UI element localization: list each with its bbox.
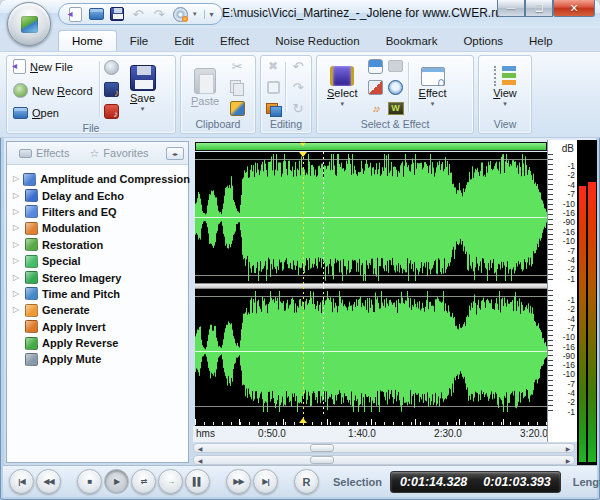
- length-label: Length: [573, 476, 600, 488]
- tree-item-label: Restoration: [42, 239, 103, 251]
- waveform-left-channel[interactable]: [195, 152, 547, 283]
- view-button[interactable]: View ▾: [487, 64, 523, 110]
- customize-toolbar-icon[interactable]: ▾: [204, 10, 214, 19]
- mix-icon[interactable]: [265, 100, 281, 116]
- expand-icon[interactable]: [13, 274, 21, 282]
- save-button[interactable]: Save ▾: [124, 63, 162, 115]
- group-label-clipboard: Clipboard: [181, 118, 255, 133]
- waveform-right-channel[interactable]: [195, 289, 547, 414]
- overview-marker-icon[interactable]: [300, 143, 306, 147]
- tab-noise-reduction[interactable]: Noise Reduction: [262, 31, 372, 51]
- scroll-right-icon[interactable]: ▶: [562, 456, 574, 464]
- amplitude-tool-icon[interactable]: [368, 58, 384, 74]
- go-start-button[interactable]: |◀: [9, 469, 34, 494]
- new-file-icon[interactable]: [67, 6, 83, 22]
- tree-item-stereo-imagery[interactable]: Stereo Imagery: [9, 269, 186, 285]
- tree-item-filters-and-eq[interactable]: Filters and EQ: [9, 204, 186, 220]
- selection-edge-line[interactable]: [323, 152, 324, 414]
- expand-icon[interactable]: [13, 290, 21, 298]
- scroll-left-icon[interactable]: ◀: [194, 444, 206, 452]
- restoration-icon: [25, 238, 38, 251]
- open-button[interactable]: Open: [11, 106, 95, 120]
- new-file-button[interactable]: New File: [11, 58, 95, 75]
- tab-effects[interactable]: Effects: [11, 145, 77, 161]
- file-info-icon[interactable]: [104, 59, 120, 75]
- expand-icon[interactable]: [13, 208, 21, 216]
- playhead-marker-top-icon[interactable]: [299, 152, 307, 157]
- rewind-button[interactable]: ◀◀: [36, 469, 61, 494]
- audio-notes-icon[interactable]: [368, 100, 384, 116]
- tab-help[interactable]: Help: [516, 31, 566, 51]
- tree-item-special[interactable]: Special: [9, 253, 186, 269]
- tab-edit[interactable]: Edit: [161, 31, 207, 51]
- tree-item-generate[interactable]: Generate: [9, 302, 186, 318]
- tree-item-apply-mute[interactable]: Apply Mute: [9, 351, 186, 367]
- playhead-line[interactable]: [303, 152, 304, 426]
- expand-icon[interactable]: [13, 306, 21, 314]
- time-and-pitch-icon: [25, 287, 38, 300]
- tab-file[interactable]: File: [117, 31, 162, 51]
- loop-button[interactable]: ⇄: [131, 469, 156, 494]
- ruler-unit-label: hms: [196, 428, 215, 439]
- expand-icon[interactable]: [13, 192, 21, 200]
- effect-button[interactable]: Effect ▾: [413, 65, 453, 110]
- selection-end-value: 0:01:03.393: [483, 475, 550, 489]
- burn-disc-dropdown-icon[interactable]: ▾: [193, 10, 197, 18]
- tab-options[interactable]: Options: [450, 31, 516, 51]
- ruler-time-label: 2:30.0: [434, 428, 462, 439]
- open-icon[interactable]: [88, 6, 104, 22]
- group-label-select-effect: Select & Effect: [317, 118, 473, 133]
- play-button[interactable]: ▶: [104, 469, 129, 494]
- play-selection-button[interactable]: →: [158, 469, 183, 494]
- playhead-marker-bottom-icon[interactable]: [299, 418, 307, 423]
- burn-disc-icon[interactable]: [172, 6, 188, 22]
- save-icon[interactable]: [109, 6, 125, 22]
- tab-home[interactable]: Home: [58, 30, 117, 51]
- scrollbar-thumb[interactable]: [310, 456, 334, 464]
- tree-item-apply-reverse[interactable]: Apply Reverse: [9, 335, 186, 351]
- close-button[interactable]: ✕: [553, 0, 595, 17]
- channel-separator[interactable]: [195, 283, 547, 289]
- tree-item-modulation[interactable]: Modulation: [9, 220, 186, 236]
- time-ruler[interactable]: [195, 414, 547, 426]
- scroll-right-icon[interactable]: ▶: [562, 444, 574, 452]
- expand-icon[interactable]: [13, 175, 19, 183]
- equalizer-tool-icon[interactable]: [368, 79, 384, 95]
- tree-item-apply-invert[interactable]: Apply Invert: [9, 319, 186, 335]
- minimize-button[interactable]: —: [497, 0, 525, 17]
- scrollbar-left-channel[interactable]: ◀ ▶: [193, 443, 575, 453]
- maximize-button[interactable]: ❑: [525, 0, 553, 17]
- scrollbar-thumb[interactable]: [310, 444, 334, 452]
- tab-bookmark[interactable]: Bookmark: [373, 31, 451, 51]
- overview-bar[interactable]: [195, 142, 547, 151]
- app-window: ▾ ▾ E:\music\Vicci_Martinez_-_Jolene for…: [0, 0, 600, 500]
- tab-favorites[interactable]: Favorites: [81, 145, 156, 162]
- fast-forward-button[interactable]: ▶▶: [226, 469, 251, 494]
- group-label-file: File: [7, 122, 175, 134]
- tab-effect[interactable]: Effect: [207, 31, 262, 51]
- application-menu-button[interactable]: [7, 2, 51, 46]
- group-separator: [285, 62, 286, 112]
- scrollbar-right-channel[interactable]: ◀ ▶: [193, 455, 575, 465]
- tree-item-restoration[interactable]: Restoration: [9, 237, 186, 253]
- select-button[interactable]: Select ▾: [321, 64, 364, 110]
- go-end-button[interactable]: ▶|: [253, 469, 278, 494]
- tree-item-amplitude-and-compression[interactable]: Amplitude and Compression: [9, 171, 186, 187]
- expand-icon[interactable]: [13, 241, 21, 249]
- paste-special-icon[interactable]: [229, 100, 245, 116]
- save-label: Save: [130, 92, 155, 104]
- expand-icon[interactable]: [13, 224, 21, 232]
- watermark-tool-icon[interactable]: W: [388, 100, 404, 116]
- tree-item-delay-and-echo[interactable]: Delay and Echo: [9, 187, 186, 203]
- scroll-left-icon[interactable]: ◀: [194, 456, 206, 464]
- new-record-button[interactable]: New Record: [11, 82, 95, 99]
- pause-button[interactable]: ▌▌: [185, 469, 210, 494]
- tree-item-time-and-pitch[interactable]: Time and Pitch: [9, 286, 186, 302]
- extract-audio-icon[interactable]: [104, 81, 120, 97]
- record-button[interactable]: R: [294, 469, 319, 494]
- stop-button[interactable]: ■: [77, 469, 102, 494]
- timer-tool-icon[interactable]: [388, 79, 404, 95]
- panel-collapse-button[interactable]: ◂▸: [166, 147, 184, 160]
- import-video-audio-icon[interactable]: [104, 103, 120, 119]
- expand-icon[interactable]: [13, 257, 21, 265]
